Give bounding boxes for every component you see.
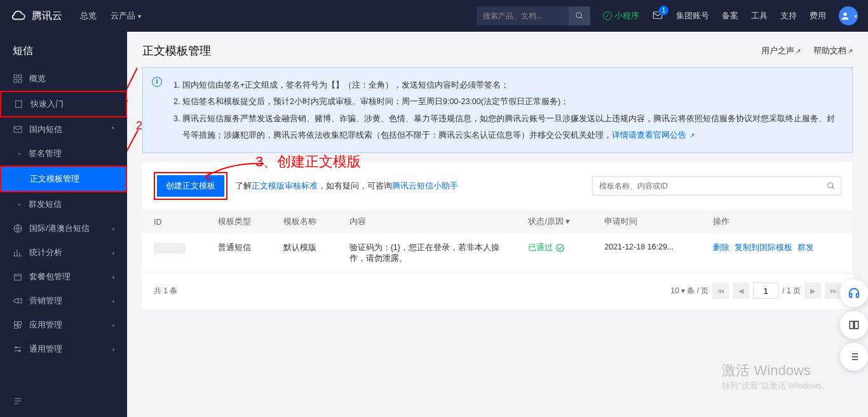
arrow-1 [127, 65, 144, 109]
sidebar-item[interactable]: 快速入门 [0, 91, 127, 117]
fab-docs[interactable] [840, 311, 868, 339]
id-thumb [154, 242, 186, 254]
audit-std-link[interactable]: 正文模版审核标准 [252, 182, 318, 190]
beian-link[interactable]: 备案 [722, 10, 738, 22]
fab-menu[interactable] [840, 343, 868, 371]
column-header: 操作 [702, 210, 853, 234]
billing-link[interactable]: 费用 [810, 10, 826, 22]
column-header: 内容 [338, 210, 517, 234]
toolbar-tip: 了解正文模版审核标准，如有疑问，可咨询腾讯云短信小助手 [235, 181, 458, 192]
fab-chat[interactable] [840, 279, 868, 307]
collapse-icon[interactable] [13, 396, 23, 408]
create-template-button[interactable]: 创建正文模板 [157, 175, 224, 197]
page-first[interactable]: ⏮ [712, 282, 729, 299]
set-icon [13, 344, 23, 354]
svg-rect-6 [18, 79, 22, 83]
template-search-input[interactable] [593, 177, 822, 195]
svg-point-0 [576, 13, 581, 18]
svg-point-17 [557, 244, 564, 251]
helper-link[interactable]: 腾讯云短信小助手 [392, 182, 458, 190]
app-icon [13, 320, 23, 330]
content-panel: 创建正文模板 了解正文模版审核标准，如有疑问，可咨询腾讯云短信小助手 ID模板类… [142, 162, 853, 309]
grid-icon [13, 74, 23, 84]
column-header: 申请时间 [593, 210, 701, 234]
svg-rect-5 [14, 79, 17, 83]
column-header: 状态/原因 ▾ [517, 210, 593, 234]
book-icon [14, 99, 24, 109]
book-icon [848, 319, 860, 331]
chart-icon [13, 248, 23, 258]
account-link[interactable]: 集团账号 [676, 10, 709, 22]
column-header: 模板名称 [272, 210, 337, 234]
status-badge: 已通过 [528, 242, 581, 253]
sidebar-item[interactable]: 群发短信 [0, 192, 127, 216]
help-link[interactable]: 帮助文档↗ [813, 45, 853, 56]
search-input[interactable] [477, 7, 569, 25]
annotation-2: 2 [136, 119, 142, 133]
box-icon [13, 272, 23, 282]
sidebar-item[interactable]: 营销管理› [0, 289, 127, 313]
mail-icon [13, 124, 23, 135]
main-content: 正文模板管理 用户之声↗ 帮助文档↗ i 国内短信由签名+正文组成，签名符号为【… [127, 32, 868, 417]
list-icon [848, 351, 860, 362]
template-search [592, 176, 841, 195]
column-header: 模板类型 [207, 210, 272, 234]
support-link[interactable]: 支持 [780, 10, 797, 22]
top-bar: 腾讯云 总览 云产品 ✓ 小程序 1 集团账号 备案 工具 支持 费用 ▾ [0, 0, 868, 32]
sidebar-item[interactable]: 应用管理› [0, 313, 127, 337]
sidebar-item[interactable]: 套餐包管理› [0, 265, 127, 289]
sidebar-item[interactable]: 概览 [0, 67, 127, 91]
check-icon: ✓ [603, 11, 612, 20]
nav-products[interactable]: 云产品 [111, 10, 141, 22]
info-icon: i [152, 77, 162, 87]
mail-badge: 1 [659, 6, 668, 15]
sidebar-item[interactable]: 通用管理› [0, 337, 127, 361]
top-nav: 总览 云产品 [80, 10, 141, 22]
miniprogram-link[interactable]: ✓ 小程序 [603, 10, 639, 22]
mail-link[interactable]: 1 [652, 10, 663, 23]
page-last[interactable]: ⏭ [825, 282, 841, 299]
search-icon[interactable] [822, 182, 841, 190]
voice-link[interactable]: 用户之声↗ [761, 45, 801, 56]
page-input[interactable] [753, 282, 778, 299]
chevron-right-icon: › [112, 225, 114, 232]
search-button[interactable] [569, 6, 590, 25]
pagination: 共 1 条 10 ▾ 条 / 页 ⏮ ◀ / 1 页 ▶ ⏭ [142, 274, 853, 299]
page-next[interactable]: ▶ [804, 282, 821, 299]
op-link[interactable]: 群发 [797, 243, 814, 252]
user-icon [840, 11, 850, 21]
sidebar-item[interactable]: 正文模板管理 [0, 166, 127, 192]
horn-icon [13, 296, 23, 306]
sidebar: 短信 概览快速入门国内短信˄签名管理正文模板管理群发短信国际/港澳台短信›统计分… [0, 32, 127, 417]
op-link[interactable]: 删除 [713, 243, 729, 252]
filter-icon[interactable]: ▾ [566, 217, 570, 226]
notice-link[interactable]: 详情请查看官网公告 ↗ [612, 131, 695, 140]
op-link[interactable]: 复制到国际模板 [735, 243, 792, 252]
globe-icon [13, 223, 23, 234]
brand-logo[interactable]: 腾讯云 [10, 8, 62, 24]
svg-rect-10 [15, 322, 18, 325]
chevron-right-icon: › [112, 346, 114, 353]
page-prev[interactable]: ◀ [733, 282, 749, 299]
svg-rect-11 [18, 322, 22, 325]
sidebar-item[interactable]: 国际/港澳台短信› [0, 216, 127, 241]
search-icon [575, 11, 584, 20]
svg-rect-12 [15, 326, 18, 329]
chevron-right-icon: › [112, 322, 114, 329]
page-size[interactable]: 10 ▾ 条 / 页 [670, 286, 709, 296]
chevron-up-icon: ˄ [111, 126, 114, 133]
sidebar-item[interactable]: 统计分析› [0, 241, 127, 265]
tools-link[interactable]: 工具 [751, 10, 768, 22]
user-avatar[interactable]: ▾ [839, 6, 858, 25]
sidebar-item[interactable]: 国内短信˄ [0, 117, 127, 142]
column-header: ID [142, 210, 207, 234]
check-circle-icon [555, 243, 565, 253]
svg-rect-3 [14, 75, 17, 78]
page-title: 正文模板管理 [142, 43, 211, 58]
sidebar-item[interactable]: 签名管理 [0, 142, 127, 166]
cloud-icon [10, 8, 27, 24]
svg-point-16 [828, 183, 833, 188]
nav-overview[interactable]: 总览 [80, 10, 97, 22]
svg-rect-7 [14, 126, 22, 132]
svg-point-2 [843, 13, 846, 16]
